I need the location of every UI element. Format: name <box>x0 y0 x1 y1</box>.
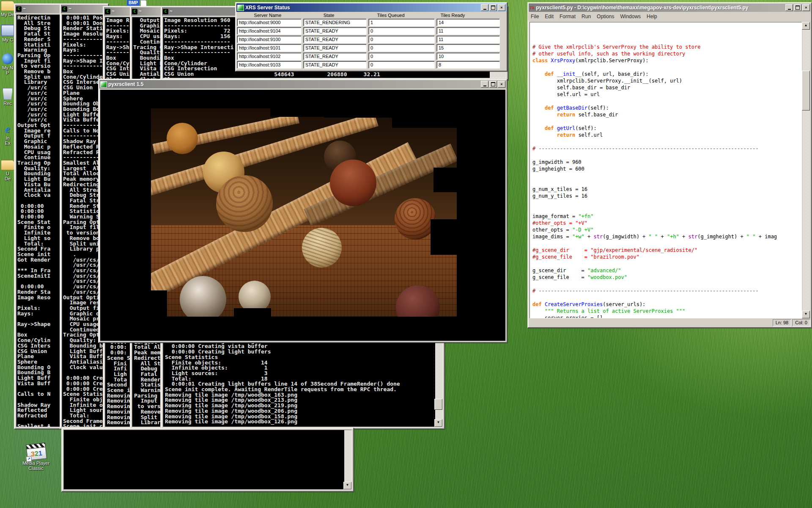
close-button[interactable]: × <box>498 81 505 88</box>
tk-icon: Tk <box>529 5 535 11</box>
code-editor-text[interactable]: # Give the xmlrpclib's ServerProxy the a… <box>529 22 802 318</box>
server-cell[interactable]: http://localhost:9102 <box>237 52 302 60</box>
editor-titlebar[interactable]: Tk pyxrsclient5.py - D:\cygwin\home\them… <box>529 3 811 12</box>
server-cell[interactable]: http://localhost:9101 <box>237 44 302 52</box>
server-cell[interactable]: STATE_READY <box>303 44 367 52</box>
console-1-titlebar[interactable]: C ~ <box>15 5 61 13</box>
maximize-button[interactable] <box>489 4 497 11</box>
render-client-window[interactable]: pyxrsclient 1.5 × <box>98 79 508 343</box>
code-line: image_format = "+fn" <box>532 213 801 220</box>
cygwin-terminal-icon: C <box>163 9 168 14</box>
server-cell[interactable]: 0 <box>368 52 435 60</box>
code-line <box>532 240 801 247</box>
code-line <box>532 294 801 301</box>
render-sphere <box>302 228 342 268</box>
server-cell[interactable]: 11 <box>436 36 500 43</box>
render-window-titlebar[interactable]: pyxrsclient 1.5 × <box>99 80 506 88</box>
desktop-icon-media-player-classic[interactable]: 321 ↗ Media Player Classic <box>17 444 55 471</box>
menu-help[interactable]: Help <box>647 14 657 19</box>
internet-explorer-icon: e <box>2 124 13 135</box>
server-cell[interactable]: 0 <box>368 61 435 69</box>
server-cell[interactable]: http://localhost:9104 <box>237 27 302 35</box>
code-line <box>532 37 801 44</box>
menu-options[interactable]: Options <box>597 14 614 19</box>
server-cell[interactable]: STATE_RENDERING <box>303 19 367 26</box>
console-window-1[interactable]: C ~ Redirectin All Stre Debug St Fatal S… <box>14 3 62 429</box>
xrs-titlebar[interactable]: XRS Server Status × <box>236 3 506 12</box>
scrollbar-thumb[interactable] <box>802 71 810 110</box>
code-line: def __init__(self, url, base_dir): <box>532 71 801 77</box>
globe-icon <box>2 53 13 64</box>
server-cell[interactable]: http://localhost:9100 <box>237 36 302 43</box>
unrendered-tile-gap <box>151 290 167 317</box>
menu-windows[interactable]: Windows <box>620 14 641 19</box>
app-image-icon <box>100 81 107 88</box>
maximize-button[interactable] <box>489 81 497 88</box>
render-window-title: pyxrsclient 1.5 <box>108 81 480 87</box>
server-cell[interactable]: 11 <box>436 27 500 35</box>
editor-scrollbar[interactable]: ▲ ▼ <box>803 22 810 318</box>
server-cell[interactable]: 0 <box>368 27 435 35</box>
console-3-titlebar[interactable]: C ~ <box>104 7 131 16</box>
console-5-stats-line: 548643 206880 32.21 <box>164 72 381 78</box>
menu-edit[interactable]: Edit <box>545 14 554 19</box>
scroll-down-arrow[interactable]: ▼ <box>434 419 442 427</box>
minimize-button[interactable] <box>785 4 793 11</box>
server-cell[interactable]: 0 <box>368 44 435 52</box>
code-line: """ Returns a list of active ServerProxi… <box>532 308 801 315</box>
console-7-scrollbar[interactable]: ▼ <box>344 430 351 489</box>
maximize-button[interactable] <box>794 4 801 11</box>
server-cell[interactable]: http://localhost:9103 <box>237 61 302 69</box>
code-line <box>532 199 801 206</box>
code-line: def CreateServerProxies(server_urls): <box>532 301 801 308</box>
server-row: http://localhost:9103STATE_READY08 <box>236 61 507 69</box>
minimize-button[interactable] <box>481 81 488 88</box>
code-line: server_proxies = [] <box>532 315 801 318</box>
menu-format[interactable]: Format <box>560 14 576 19</box>
code-line: class XrsProxy(xmlrpclib.ServerProxy): <box>532 57 801 64</box>
server-cell[interactable]: STATE_READY <box>303 36 367 43</box>
server-cell[interactable]: 15 <box>436 44 500 52</box>
editor-window[interactable]: Tk pyxrsclient5.py - D:\cygwin\home\them… <box>527 2 812 328</box>
menu-run[interactable]: Run <box>582 14 591 19</box>
server-table-body: http://localhost:9000STATE_RENDERING114h… <box>236 18 507 69</box>
server-cell[interactable]: STATE_READY <box>303 52 367 60</box>
scrollbar-thumb[interactable] <box>434 399 442 410</box>
code-line <box>532 172 801 179</box>
server-cell[interactable]: 0 <box>368 36 435 43</box>
clapperboard-icon: 321 ↗ <box>26 443 46 461</box>
cygwin-terminal-icon: C <box>62 6 67 12</box>
scroll-down-arrow[interactable]: ▼ <box>802 311 810 318</box>
xrs-window-title: XRS Server Status <box>245 5 480 11</box>
code-line <box>532 64 801 71</box>
code-line <box>532 98 801 105</box>
server-cell[interactable]: 1 <box>368 19 435 26</box>
server-cell[interactable]: http://localhost:9000 <box>237 19 302 26</box>
console-window-7[interactable]: ▼ <box>61 428 354 492</box>
console-1-output: Redirectin All Stre Debug St Fatal St Re… <box>16 14 60 427</box>
close-button[interactable]: × <box>498 4 505 11</box>
server-cell[interactable]: 8 <box>436 61 500 69</box>
code-line: # --------------------------------------… <box>532 287 801 294</box>
code-line: self.base_dir = base_dir <box>532 84 801 91</box>
code-line: def getUrl(self): <box>532 125 801 132</box>
folder-icon <box>1 1 14 11</box>
console-4-titlebar[interactable]: C ~ <box>131 7 162 16</box>
server-cell[interactable]: STATE_READY <box>303 27 367 35</box>
menu-file[interactable]: File <box>531 14 539 19</box>
code-line: #g_scene_dir = "gjp/experimental/scene_r… <box>532 247 801 254</box>
scroll-up-arrow[interactable]: ▲ <box>802 22 810 30</box>
server-table-header: Server Name State Tiles Queued Tiles Rea… <box>237 12 506 18</box>
minimize-button[interactable] <box>481 4 488 11</box>
server-cell[interactable]: STATE_READY <box>303 61 367 69</box>
code-line: g_num_y_tiles = 16 <box>532 193 801 199</box>
recycle-bin-icon <box>3 88 13 100</box>
close-button[interactable]: × <box>802 4 810 11</box>
code-line: return self.url <box>532 132 801 138</box>
server-cell[interactable]: 10 <box>436 52 500 60</box>
xrs-server-status-window[interactable]: XRS Server Status × Server Name State Ti… <box>235 2 508 72</box>
console-2-titlebar[interactable]: C ~ <box>61 5 107 13</box>
render-canvas <box>100 90 505 341</box>
scroll-down-arrow[interactable]: ▼ <box>343 482 351 489</box>
server-cell[interactable]: 14 <box>436 19 500 26</box>
